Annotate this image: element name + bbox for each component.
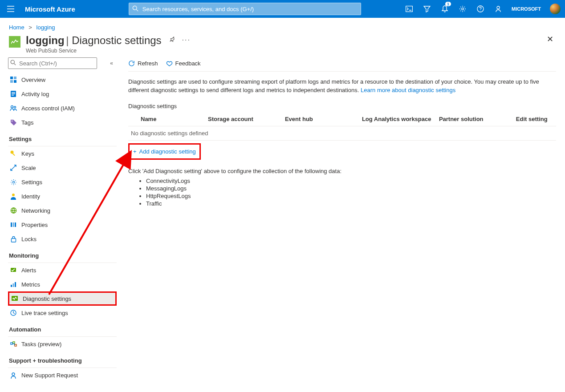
- nav-item-label: Identity: [21, 193, 40, 200]
- locks-icon: [9, 236, 18, 242]
- scale-icon: [9, 165, 18, 171]
- svg-point-16: [11, 106, 13, 108]
- nav-item-alerts[interactable]: Alerts: [8, 263, 117, 277]
- notifications-icon[interactable]: 1: [436, 0, 454, 18]
- svg-rect-20: [12, 153, 15, 156]
- svg-rect-8: [10, 77, 13, 79]
- directory-filter-icon[interactable]: [418, 0, 436, 18]
- activitylog-icon: [9, 90, 18, 97]
- nav-item-keys[interactable]: Keys: [8, 146, 117, 161]
- nav-item-activity-log[interactable]: Activity log: [8, 87, 117, 101]
- column-header: Edit setting: [513, 112, 556, 126]
- nav-item-label: Activity log: [21, 91, 49, 97]
- svg-line-7: [14, 64, 16, 65]
- feedback-icon[interactable]: [489, 0, 507, 18]
- nav-item-new-support-request[interactable]: New Support Request: [8, 368, 117, 382]
- settings2-icon: [9, 179, 18, 186]
- nav-item-locks[interactable]: Locks: [8, 232, 117, 246]
- svg-point-3: [462, 8, 464, 10]
- nav-item-label: Settings: [21, 179, 42, 186]
- networking-icon: [9, 207, 18, 214]
- nav-item-label: Diagnostic settings: [23, 295, 71, 302]
- refresh-label: Refresh: [138, 60, 158, 67]
- close-blade-button[interactable]: ✕: [547, 34, 556, 44]
- description-text: Diagnostic settings are used to configur…: [128, 78, 547, 95]
- nav-item-metrics[interactable]: Metrics: [8, 277, 117, 291]
- feedback-label: Feedback: [175, 60, 201, 67]
- content-toolbar: Refresh Feedback: [128, 57, 556, 71]
- nav-item-label: Keys: [21, 150, 34, 157]
- global-search[interactable]: [129, 3, 361, 15]
- notification-badge: 1: [445, 2, 451, 6]
- resource-menu-search[interactable]: [8, 57, 97, 69]
- log-type-item: HttpRequestLogs: [146, 192, 556, 200]
- breadcrumb-current[interactable]: logging: [37, 24, 55, 31]
- keys-icon: [9, 150, 18, 157]
- nav-item-label: Alerts: [21, 267, 36, 274]
- nav-item-label: New Support Request: [21, 372, 78, 379]
- nav-item-tasks-preview-[interactable]: Tasks (preview): [8, 337, 117, 351]
- nav-item-identity[interactable]: Identity: [8, 189, 117, 203]
- column-header: Name: [128, 112, 205, 126]
- global-search-input[interactable]: [129, 3, 361, 15]
- breadcrumb: Home > logging: [0, 18, 565, 34]
- nav-item-access-control-iam-[interactable]: Access control (IAM): [8, 101, 117, 115]
- table-caption: Diagnostic settings: [128, 103, 556, 109]
- nav-item-label: Tasks (preview): [21, 341, 61, 348]
- nav-item-overview[interactable]: Overview: [8, 73, 117, 87]
- pin-icon[interactable]: [170, 36, 176, 44]
- svg-rect-26: [15, 222, 16, 227]
- svg-rect-15: [12, 95, 14, 96]
- nav-item-settings[interactable]: Settings: [8, 175, 117, 189]
- nav-item-live-trace-settings[interactable]: Live trace settings: [8, 306, 117, 320]
- nav-item-label: Networking: [21, 207, 50, 214]
- user-avatar[interactable]: [550, 4, 561, 14]
- brand-label[interactable]: Microsoft Azure: [21, 5, 84, 13]
- nav-item-label: Access control (IAM): [21, 105, 75, 112]
- svg-point-18: [11, 120, 12, 121]
- collapse-sidebar-icon[interactable]: «: [106, 60, 117, 66]
- nav-item-label: Live trace settings: [21, 310, 68, 316]
- svg-rect-36: [15, 344, 16, 346]
- svg-point-22: [12, 194, 15, 196]
- refresh-button[interactable]: Refresh: [128, 60, 158, 67]
- search-icon: [10, 60, 16, 67]
- help-icon[interactable]: [472, 0, 489, 18]
- nav-item-networking[interactable]: Networking: [8, 203, 117, 218]
- nav-item-label: Locks: [21, 236, 37, 242]
- nav-item-label: Tags: [21, 119, 33, 126]
- more-icon[interactable]: ···: [182, 36, 191, 44]
- svg-rect-10: [10, 80, 13, 83]
- nav-item-properties[interactable]: Properties: [8, 218, 117, 232]
- nav-item-diagnostic-settings[interactable]: Diagnostic settings: [8, 291, 117, 306]
- learn-more-link[interactable]: Learn more about diagnostic settings: [361, 87, 455, 93]
- resource-sidebar: « OverviewActivity logAccess control (IA…: [8, 57, 117, 382]
- svg-rect-27: [11, 238, 16, 242]
- resource-name: logging: [26, 34, 65, 46]
- hamburger-menu-icon[interactable]: [0, 6, 21, 12]
- feedback-button[interactable]: Feedback: [166, 60, 201, 67]
- nav-item-label: Overview: [21, 77, 45, 83]
- settings-icon[interactable]: [454, 0, 472, 18]
- properties-icon: [9, 222, 18, 228]
- cloud-shell-icon[interactable]: [400, 0, 418, 18]
- svg-rect-14: [12, 93, 15, 94]
- nav-item-scale[interactable]: Scale: [8, 161, 117, 175]
- svg-point-21: [12, 181, 14, 183]
- plus-icon: +: [133, 148, 137, 155]
- breadcrumb-home[interactable]: Home: [9, 24, 24, 31]
- svg-point-17: [14, 106, 16, 108]
- instruction-text: Click 'Add Diagnostic setting' above to …: [128, 168, 556, 174]
- nav-item-tags[interactable]: Tags: [8, 115, 117, 129]
- svg-rect-2: [406, 6, 413, 12]
- svg-rect-24: [11, 222, 12, 227]
- page-title-row: logging | Diagnostic settings Web PubSub…: [0, 34, 565, 57]
- add-diagnostic-setting-link[interactable]: + Add diagnostic setting: [128, 143, 201, 160]
- tenant-label[interactable]: MICROSOFT: [507, 6, 545, 12]
- svg-point-5: [497, 6, 500, 9]
- support-icon: [9, 372, 18, 379]
- top-header: Microsoft Azure 1 MICROSOFT: [0, 0, 565, 18]
- column-header: Storage account: [205, 112, 282, 126]
- metrics-icon: [9, 282, 18, 287]
- column-header: Log Analytics workspace: [359, 112, 436, 126]
